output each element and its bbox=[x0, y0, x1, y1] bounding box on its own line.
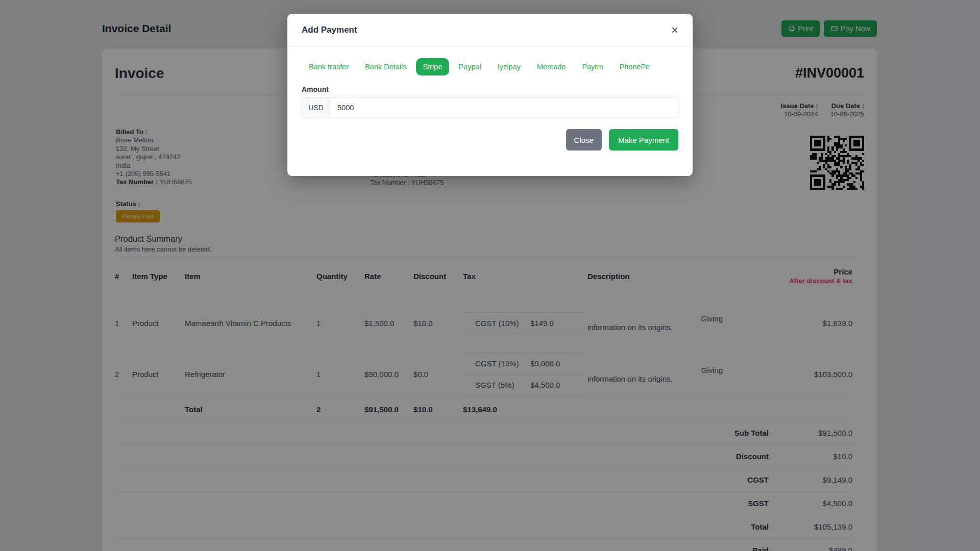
payment-tabs: Bank trasferBank DetailsStripePaypalIyzi… bbox=[302, 58, 678, 76]
payment-method-tab[interactable]: Paytm bbox=[575, 58, 610, 76]
amount-input[interactable] bbox=[330, 97, 678, 118]
modal-close-button[interactable]: Close bbox=[566, 129, 602, 151]
payment-method-tab[interactable]: Bank Details bbox=[358, 58, 413, 76]
currency-prefix: USD bbox=[302, 97, 330, 118]
payment-method-tab[interactable]: Paypal bbox=[451, 58, 488, 76]
close-icon[interactable]: × bbox=[671, 24, 678, 36]
payment-method-tab[interactable]: Iyzipay bbox=[491, 58, 528, 76]
payment-method-tab[interactable]: Bank trasfer bbox=[302, 58, 356, 76]
payment-method-tab[interactable]: Mercado bbox=[530, 58, 573, 76]
amount-input-group: USD bbox=[302, 97, 678, 118]
modal-title: Add Payment bbox=[302, 25, 357, 35]
make-payment-button[interactable]: Make Payment bbox=[609, 129, 678, 151]
payment-method-tab[interactable]: PhonePe bbox=[612, 58, 657, 76]
payment-method-tab[interactable]: Stripe bbox=[416, 58, 450, 76]
add-payment-modal: Add Payment × Bank trasferBank DetailsSt… bbox=[287, 14, 693, 176]
amount-label: Amount bbox=[302, 85, 678, 93]
